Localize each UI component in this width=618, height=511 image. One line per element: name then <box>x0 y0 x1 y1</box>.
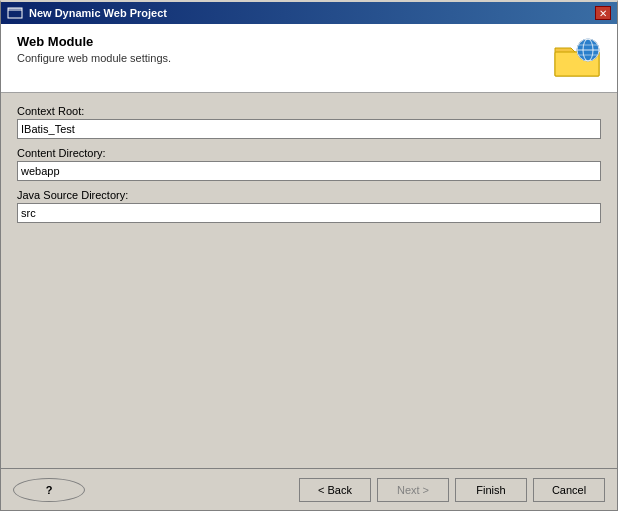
header-icon <box>553 34 601 82</box>
content-directory-input[interactable] <box>17 161 601 181</box>
page-subtitle: Configure web module settings. <box>17 52 171 64</box>
header-text: Web Module Configure web module settings… <box>17 34 171 64</box>
content-directory-label: Content Directory: <box>17 147 601 159</box>
context-root-input[interactable] <box>17 119 601 139</box>
finish-button[interactable]: Finish <box>455 478 527 502</box>
title-bar: New Dynamic Web Project ✕ <box>1 2 617 24</box>
content-directory-group: Content Directory: <box>17 147 601 181</box>
header-section: Web Module Configure web module settings… <box>1 24 617 93</box>
window-icon <box>7 5 23 21</box>
bottom-right: < Back Next > Finish Cancel <box>299 478 605 502</box>
content-area: Context Root: Content Directory: Java So… <box>1 93 617 468</box>
cancel-button[interactable]: Cancel <box>533 478 605 502</box>
page-title: Web Module <box>17 34 171 49</box>
context-root-group: Context Root: <box>17 105 601 139</box>
java-source-group: Java Source Directory: <box>17 189 601 223</box>
main-window: New Dynamic Web Project ✕ Web Module Con… <box>0 0 618 511</box>
folder-globe-icon <box>553 34 601 82</box>
bottom-left: ? <box>13 478 85 502</box>
java-source-input[interactable] <box>17 203 601 223</box>
svg-rect-1 <box>8 8 22 11</box>
back-button[interactable]: < Back <box>299 478 371 502</box>
java-source-label: Java Source Directory: <box>17 189 601 201</box>
next-button[interactable]: Next > <box>377 478 449 502</box>
window-title: New Dynamic Web Project <box>29 7 167 19</box>
context-root-label: Context Root: <box>17 105 601 117</box>
bottom-bar: ? < Back Next > Finish Cancel <box>1 468 617 510</box>
help-button[interactable]: ? <box>13 478 85 502</box>
title-bar-left: New Dynamic Web Project <box>7 5 167 21</box>
close-button[interactable]: ✕ <box>595 6 611 20</box>
